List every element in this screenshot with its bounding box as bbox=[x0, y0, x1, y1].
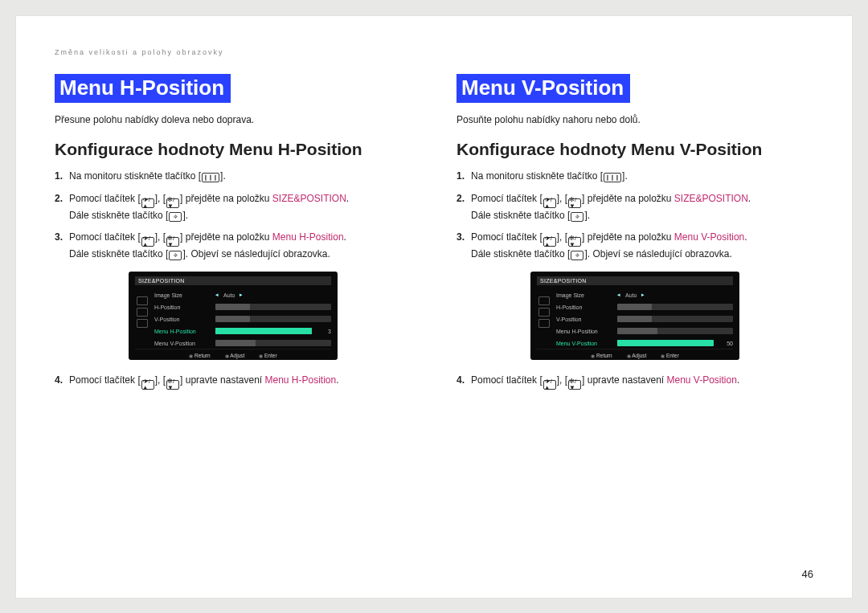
menu-position-label: Menu H-Position bbox=[265, 374, 337, 386]
step-item: Pomocí tlačítek [🕩/▲], [✻/▼] přejděte na… bbox=[457, 230, 813, 262]
section-intro: Přesune polohu nabídky doleva nebo dopra… bbox=[55, 114, 411, 125]
menu-position-label: Menu V-Position bbox=[667, 374, 737, 386]
step-list: Na monitoru stiskněte tlačítko [❙❙❙].Pom… bbox=[457, 169, 813, 390]
enter-button-icon: [⎆] bbox=[166, 210, 186, 221]
section-title: Menu V-Position bbox=[457, 74, 630, 103]
enter-button-icon: [⎆] bbox=[567, 210, 588, 221]
osd-screenshot: SIZE&POSITIONImage Size◂ Auto ▸H-Positio… bbox=[457, 272, 813, 360]
brightness-down-button-icon: [✻/▼] bbox=[163, 193, 183, 204]
step-item: Pomocí tlačítek [🕩/▲], [✻/▼] upravte nas… bbox=[55, 373, 411, 390]
volume-up-button-icon: [🕩/▲] bbox=[539, 374, 559, 386]
section-subhead: Konfigurace hodnoty Menu V-Position bbox=[457, 140, 813, 159]
right-column: Menu V-PositionPosuňte polohu nabídky na… bbox=[457, 74, 813, 397]
step-list: Na monitoru stiskněte tlačítko [❙❙❙].Pom… bbox=[55, 169, 411, 390]
step-item: Pomocí tlačítek [🕩/▲], [✻/▼] přejděte na… bbox=[55, 230, 411, 262]
volume-up-button-icon: [🕩/▲] bbox=[539, 193, 559, 204]
volume-up-button-icon: [🕩/▲] bbox=[137, 193, 158, 204]
step-item: Pomocí tlačítek [🕩/▲], [✻/▼] upravte nas… bbox=[457, 373, 813, 390]
menu-position-label: Menu V-Position bbox=[674, 231, 744, 243]
two-column-layout: Menu H-PositionPřesune polohu nabídky do… bbox=[55, 74, 813, 397]
left-column: Menu H-PositionPřesune polohu nabídky do… bbox=[55, 74, 411, 397]
page-number: 46 bbox=[802, 568, 813, 580]
volume-up-button-icon: [🕩/▲] bbox=[539, 231, 559, 243]
enter-button-icon: [⎆] bbox=[166, 248, 186, 260]
breadcrumb: Změna velikosti a polohy obrazovky bbox=[55, 48, 813, 56]
brightness-down-button-icon: [✻/▼] bbox=[565, 374, 585, 386]
menu-position-label: Menu H-Position bbox=[272, 231, 344, 243]
section-subhead: Konfigurace hodnoty Menu H-Position bbox=[55, 140, 411, 159]
manual-page: Změna velikosti a polohy obrazovky Menu … bbox=[16, 16, 852, 598]
brightness-down-button-icon: [✻/▼] bbox=[163, 231, 183, 243]
brightness-down-button-icon: [✻/▼] bbox=[565, 231, 585, 243]
size-position-label: SIZE&POSITION bbox=[674, 193, 748, 204]
section-intro: Posuňte polohu nabídky nahoru nebo dolů. bbox=[457, 114, 813, 125]
step-item: Pomocí tlačítek [🕩/▲], [✻/▼] přejděte na… bbox=[55, 191, 411, 223]
menu-button-icon: [❙❙❙] bbox=[199, 170, 223, 182]
enter-button-icon: [⎆] bbox=[567, 248, 588, 260]
section-title: Menu H-Position bbox=[55, 74, 231, 103]
step-item: Na monitoru stiskněte tlačítko [❙❙❙]. bbox=[55, 169, 411, 184]
step-item: Pomocí tlačítek [🕩/▲], [✻/▼] přejděte na… bbox=[457, 191, 813, 223]
size-position-label: SIZE&POSITION bbox=[272, 193, 346, 204]
volume-up-button-icon: [🕩/▲] bbox=[137, 231, 158, 243]
osd-screenshot: SIZE&POSITIONImage Size◂ Auto ▸H-Positio… bbox=[55, 272, 411, 360]
step-item: Na monitoru stiskněte tlačítko [❙❙❙]. bbox=[457, 169, 813, 184]
menu-button-icon: [❙❙❙] bbox=[600, 170, 625, 182]
brightness-down-button-icon: [✻/▼] bbox=[163, 374, 183, 386]
volume-up-button-icon: [🕩/▲] bbox=[137, 374, 158, 386]
brightness-down-button-icon: [✻/▼] bbox=[565, 193, 585, 204]
